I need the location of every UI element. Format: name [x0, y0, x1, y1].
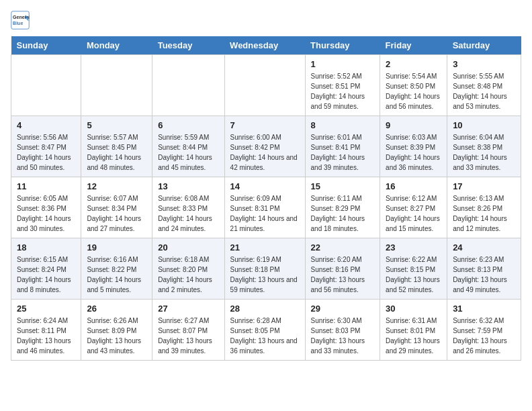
day-number: 16: [386, 181, 441, 191]
calendar-cell: 24Sunrise: 6:23 AMSunset: 8:13 PMDayligh…: [447, 238, 521, 300]
calendar-cell: 2Sunrise: 5:54 AMSunset: 8:50 PMDaylight…: [380, 55, 447, 116]
day-info: Sunrise: 6:00 AMSunset: 8:42 PMDaylight:…: [230, 132, 300, 173]
day-info: Sunrise: 6:27 AMSunset: 8:07 PMDaylight:…: [158, 316, 218, 356]
day-number: 15: [311, 181, 375, 191]
day-info: Sunrise: 5:56 AMSunset: 8:47 PMDaylight:…: [17, 132, 75, 173]
calendar-cell: 17Sunrise: 6:13 AMSunset: 8:26 PMDayligh…: [447, 177, 521, 238]
day-info: Sunrise: 6:31 AMSunset: 8:01 PMDaylight:…: [386, 316, 441, 356]
day-info: Sunrise: 5:55 AMSunset: 8:48 PMDaylight:…: [453, 71, 515, 111]
day-info: Sunrise: 6:12 AMSunset: 8:27 PMDaylight:…: [386, 193, 441, 234]
day-info: Sunrise: 6:22 AMSunset: 8:15 PMDaylight:…: [386, 255, 441, 295]
svg-text:Blue: Blue: [13, 21, 23, 26]
day-info: Sunrise: 5:52 AMSunset: 8:51 PMDaylight:…: [311, 71, 375, 111]
day-of-week-header: Saturday: [447, 36, 521, 55]
day-info: Sunrise: 6:19 AMSunset: 8:18 PMDaylight:…: [230, 255, 300, 295]
day-of-week-header: Monday: [81, 36, 152, 55]
calendar-cell: 14Sunrise: 6:09 AMSunset: 8:31 PMDayligh…: [224, 177, 305, 238]
day-number: 6: [158, 120, 218, 130]
calendar-cell: [224, 55, 305, 116]
day-info: Sunrise: 6:26 AMSunset: 8:09 PMDaylight:…: [87, 316, 146, 356]
calendar-cell: 22Sunrise: 6:20 AMSunset: 8:16 PMDayligh…: [305, 238, 380, 300]
calendar-cell: 3Sunrise: 5:55 AMSunset: 8:48 PMDaylight…: [447, 55, 521, 116]
calendar-cell: 29Sunrise: 6:30 AMSunset: 8:03 PMDayligh…: [305, 300, 380, 361]
day-info: Sunrise: 6:08 AMSunset: 8:33 PMDaylight:…: [158, 193, 218, 234]
logo-icon: General Blue: [11, 11, 30, 30]
day-number: 5: [87, 120, 146, 130]
day-info: Sunrise: 5:57 AMSunset: 8:45 PMDaylight:…: [87, 132, 146, 173]
day-info: Sunrise: 6:20 AMSunset: 8:16 PMDaylight:…: [311, 255, 375, 295]
day-info: Sunrise: 5:54 AMSunset: 8:50 PMDaylight:…: [386, 71, 441, 111]
calendar-cell: 10Sunrise: 6:04 AMSunset: 8:38 PMDayligh…: [447, 116, 521, 177]
day-number: 2: [386, 59, 441, 69]
day-info: Sunrise: 6:01 AMSunset: 8:41 PMDaylight:…: [311, 132, 375, 173]
day-number: 30: [386, 304, 441, 314]
day-info: Sunrise: 6:16 AMSunset: 8:22 PMDaylight:…: [87, 255, 146, 295]
day-number: 12: [87, 181, 146, 191]
calendar-cell: [81, 55, 152, 116]
day-info: Sunrise: 6:07 AMSunset: 8:34 PMDaylight:…: [87, 193, 146, 234]
day-number: 13: [158, 181, 218, 191]
calendar-cell: 6Sunrise: 5:59 AMSunset: 8:44 PMDaylight…: [152, 116, 224, 177]
day-number: 7: [230, 120, 300, 130]
day-info: Sunrise: 6:28 AMSunset: 8:05 PMDaylight:…: [230, 316, 300, 356]
day-of-week-header: Sunday: [11, 36, 81, 55]
day-number: 14: [230, 181, 300, 191]
calendar-cell: 1Sunrise: 5:52 AMSunset: 8:51 PMDaylight…: [305, 55, 380, 116]
calendar-cell: 30Sunrise: 6:31 AMSunset: 8:01 PMDayligh…: [380, 300, 447, 361]
calendar-cell: 9Sunrise: 6:03 AMSunset: 8:39 PMDaylight…: [380, 116, 447, 177]
day-number: 11: [17, 181, 75, 191]
day-info: Sunrise: 5:59 AMSunset: 8:44 PMDaylight:…: [158, 132, 218, 173]
day-number: 23: [386, 242, 441, 253]
calendar-cell: 5Sunrise: 5:57 AMSunset: 8:45 PMDaylight…: [81, 116, 152, 177]
calendar-cell: 25Sunrise: 6:24 AMSunset: 8:11 PMDayligh…: [11, 300, 81, 361]
day-number: 9: [386, 120, 441, 130]
day-of-week-header: Wednesday: [224, 36, 305, 55]
day-of-week-header: Thursday: [305, 36, 380, 55]
day-number: 25: [17, 304, 75, 314]
day-number: 4: [17, 120, 75, 130]
calendar-cell: 7Sunrise: 6:00 AMSunset: 8:42 PMDaylight…: [224, 116, 305, 177]
calendar-cell: 19Sunrise: 6:16 AMSunset: 8:22 PMDayligh…: [81, 238, 152, 300]
header: General Blue: [11, 11, 521, 30]
day-number: 22: [311, 242, 375, 253]
calendar-table: SundayMondayTuesdayWednesdayThursdayFrid…: [11, 36, 521, 361]
calendar-cell: 4Sunrise: 5:56 AMSunset: 8:47 PMDaylight…: [11, 116, 81, 177]
day-number: 3: [453, 59, 515, 69]
day-number: 27: [158, 304, 218, 314]
day-of-week-header: Tuesday: [152, 36, 224, 55]
day-info: Sunrise: 6:04 AMSunset: 8:38 PMDaylight:…: [453, 132, 515, 173]
day-number: 18: [17, 242, 75, 253]
day-info: Sunrise: 6:11 AMSunset: 8:29 PMDaylight:…: [311, 193, 375, 234]
day-number: 19: [87, 242, 146, 253]
calendar-cell: 12Sunrise: 6:07 AMSunset: 8:34 PMDayligh…: [81, 177, 152, 238]
day-info: Sunrise: 6:05 AMSunset: 8:36 PMDaylight:…: [17, 193, 75, 234]
day-info: Sunrise: 6:09 AMSunset: 8:31 PMDaylight:…: [230, 193, 300, 234]
day-number: 24: [453, 242, 515, 253]
day-info: Sunrise: 6:13 AMSunset: 8:26 PMDaylight:…: [453, 193, 515, 234]
calendar-cell: 13Sunrise: 6:08 AMSunset: 8:33 PMDayligh…: [152, 177, 224, 238]
day-number: 28: [230, 304, 300, 314]
day-number: 1: [311, 59, 375, 69]
calendar-cell: 11Sunrise: 6:05 AMSunset: 8:36 PMDayligh…: [11, 177, 81, 238]
svg-rect-0: [11, 11, 29, 29]
day-of-week-header: Friday: [380, 36, 447, 55]
calendar-cell: 21Sunrise: 6:19 AMSunset: 8:18 PMDayligh…: [224, 238, 305, 300]
calendar-cell: 15Sunrise: 6:11 AMSunset: 8:29 PMDayligh…: [305, 177, 380, 238]
day-number: 20: [158, 242, 218, 253]
calendar-cell: [152, 55, 224, 116]
calendar-cell: 20Sunrise: 6:18 AMSunset: 8:20 PMDayligh…: [152, 238, 224, 300]
day-number: 8: [311, 120, 375, 130]
day-number: 26: [87, 304, 146, 314]
day-number: 31: [453, 304, 515, 314]
day-info: Sunrise: 6:24 AMSunset: 8:11 PMDaylight:…: [17, 316, 75, 356]
calendar-cell: 23Sunrise: 6:22 AMSunset: 8:15 PMDayligh…: [380, 238, 447, 300]
calendar-cell: 27Sunrise: 6:27 AMSunset: 8:07 PMDayligh…: [152, 300, 224, 361]
day-info: Sunrise: 6:03 AMSunset: 8:39 PMDaylight:…: [386, 132, 441, 173]
day-number: 17: [453, 181, 515, 191]
day-info: Sunrise: 6:30 AMSunset: 8:03 PMDaylight:…: [311, 316, 375, 356]
day-info: Sunrise: 6:32 AMSunset: 7:59 PMDaylight:…: [453, 316, 515, 356]
day-info: Sunrise: 6:23 AMSunset: 8:13 PMDaylight:…: [453, 255, 515, 295]
day-info: Sunrise: 6:15 AMSunset: 8:24 PMDaylight:…: [17, 255, 75, 295]
calendar-cell: 28Sunrise: 6:28 AMSunset: 8:05 PMDayligh…: [224, 300, 305, 361]
calendar-cell: 31Sunrise: 6:32 AMSunset: 7:59 PMDayligh…: [447, 300, 521, 361]
